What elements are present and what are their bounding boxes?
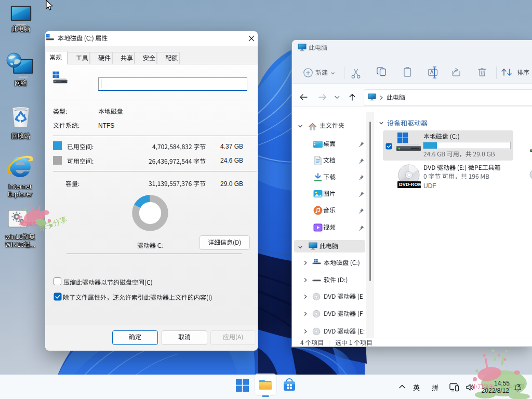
- svg-text:A: A: [430, 70, 434, 75]
